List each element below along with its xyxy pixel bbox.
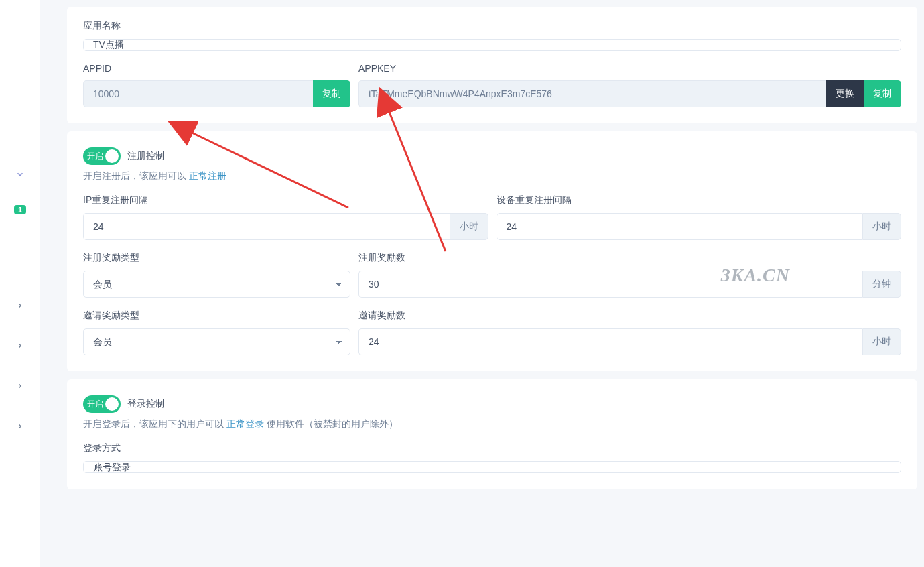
register-toggle-label: 开启 — [87, 151, 103, 162]
invite-reward-count-input[interactable] — [358, 328, 862, 355]
reg-reward-type-select[interactable]: 会员 — [83, 271, 350, 298]
reg-reward-count-input[interactable] — [358, 271, 862, 298]
login-hint-prefix: 开启登录后，该应用下的用户可以 — [83, 418, 226, 429]
app-name-label: 应用名称 — [83, 20, 901, 32]
sidebar-chevron-4[interactable] — [7, 413, 34, 440]
login-toggle-label: 开启 — [87, 399, 103, 410]
app-info-card: 应用名称 APPID 复制 APPKEY 更换 复制 — [67, 7, 917, 123]
invite-reward-count-unit: 小时 — [862, 328, 901, 355]
sidebar: 1 — [0, 0, 40, 567]
login-method-label: 登录方式 — [83, 442, 901, 454]
appid-label: APPID — [83, 63, 350, 74]
login-method-select[interactable]: 账号登录 — [83, 461, 901, 473]
appkey-input[interactable] — [358, 80, 826, 107]
badge: 1 — [14, 205, 26, 214]
register-title: 注册控制 — [127, 150, 165, 162]
login-toggle[interactable]: 开启 — [83, 395, 121, 413]
toggle-knob-icon — [105, 397, 119, 411]
register-hint-prefix: 开启注册后，该应用可以 — [83, 170, 189, 181]
sidebar-chevron-2[interactable] — [7, 332, 34, 359]
login-card: 开启 登录控制 开启登录后，该应用下的用户可以 正常登录 使用软件（被禁封的用户… — [67, 379, 917, 489]
sidebar-chevron-3[interactable] — [7, 373, 34, 399]
login-title: 登录控制 — [127, 398, 165, 410]
ip-interval-label: IP重复注册间隔 — [83, 194, 488, 206]
register-hint-link[interactable]: 正常注册 — [189, 170, 226, 181]
reg-reward-count-unit: 分钟 — [862, 271, 901, 298]
reg-reward-count-label: 注册奖励数 — [358, 252, 901, 264]
ip-interval-unit: 小时 — [450, 213, 488, 240]
toggle-knob-icon — [105, 149, 119, 163]
appid-input[interactable] — [83, 80, 313, 107]
appkey-label: APPKEY — [358, 63, 901, 74]
ip-interval-input[interactable] — [83, 213, 450, 240]
login-hint-link[interactable]: 正常登录 — [226, 418, 264, 429]
invite-reward-type-select[interactable]: 会员 — [83, 328, 350, 355]
device-interval-label: 设备重复注册间隔 — [497, 194, 902, 206]
app-name-input[interactable] — [83, 39, 901, 51]
main-content: 应用名称 APPID 复制 APPKEY 更换 复制 — [67, 0, 917, 567]
sidebar-chevron-1[interactable] — [7, 292, 34, 319]
reg-reward-type-label: 注册奖励类型 — [83, 252, 350, 264]
appid-copy-button[interactable]: 复制 — [313, 80, 350, 107]
device-interval-unit: 小时 — [862, 213, 901, 240]
device-interval-input[interactable] — [497, 213, 863, 240]
appkey-copy-button[interactable]: 复制 — [864, 80, 901, 107]
invite-reward-count-label: 邀请奖励数 — [358, 310, 901, 322]
register-hint: 开启注册后，该应用可以 正常注册 — [83, 170, 901, 182]
sidebar-badge-item[interactable]: 1 — [7, 201, 34, 218]
sidebar-chevron-down[interactable] — [7, 161, 34, 188]
register-card: 开启 注册控制 开启注册后，该应用可以 正常注册 IP重复注册间隔 小时 设备重… — [67, 131, 917, 371]
invite-reward-type-label: 邀请奖励类型 — [83, 310, 350, 322]
login-hint: 开启登录后，该应用下的用户可以 正常登录 使用软件（被禁封的用户除外） — [83, 418, 901, 430]
register-toggle[interactable]: 开启 — [83, 147, 121, 165]
appkey-replace-button[interactable]: 更换 — [826, 80, 864, 107]
login-hint-suffix: 使用软件（被禁封的用户除外） — [264, 418, 398, 429]
